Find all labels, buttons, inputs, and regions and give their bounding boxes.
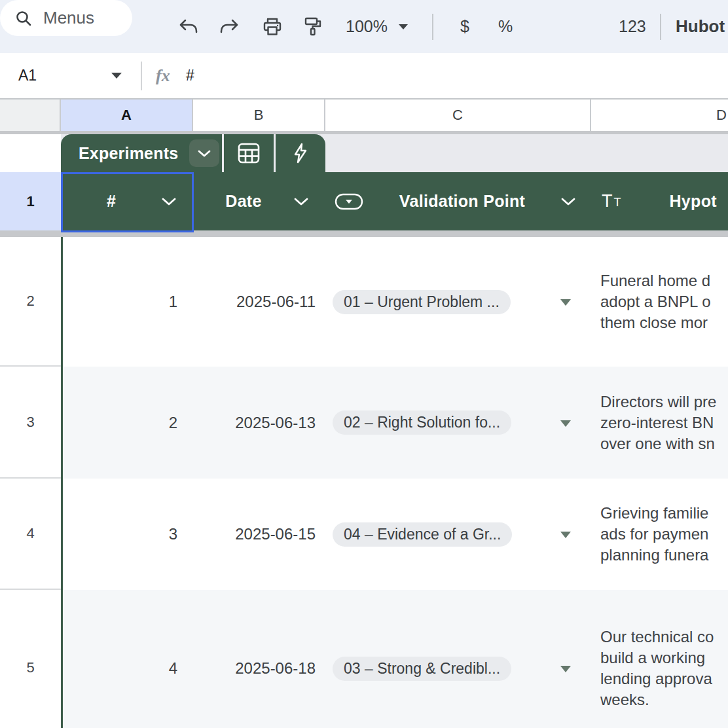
header-label-date: Date: [193, 192, 294, 211]
table-tools-button[interactable]: [224, 134, 274, 172]
table-name-tab[interactable]: Experiments: [61, 134, 222, 172]
spreadsheet-app: Menus 100%: [0, 0, 728, 728]
cell-hypothesis[interactable]: Directors will pre zero-interest BN over…: [591, 367, 728, 479]
cell-reference: A1: [18, 67, 37, 84]
cell-hypothesis[interactable]: Grieving familie ads for paymen planning…: [591, 479, 728, 590]
row-header-3[interactable]: 3: [0, 367, 61, 479]
cell-number[interactable]: 3: [61, 479, 193, 590]
table-left-border: [61, 237, 63, 728]
chevron-down-icon: [198, 150, 211, 157]
dropdown-chip[interactable]: 02 – Right Solution fo...: [333, 410, 511, 435]
cell-date[interactable]: 2025-06-15: [193, 479, 325, 590]
hypothesis-line: adopt a BNPL o: [600, 291, 711, 312]
dropdown-chip[interactable]: 03 – Strong & Credibl...: [333, 657, 511, 681]
header-dropdown-validation-point[interactable]: [561, 198, 575, 206]
row-header-4[interactable]: 4: [0, 479, 61, 590]
chip-caret-icon[interactable]: [560, 299, 571, 306]
cell-validation-point[interactable]: 02 – Right Solution fo...: [325, 367, 591, 479]
cell-hypothesis[interactable]: Our technical co build a working lending…: [591, 590, 728, 728]
hypothesis-line: weeks.: [600, 689, 649, 710]
cell-number[interactable]: 1: [61, 237, 193, 367]
cell-date[interactable]: 2025-06-11: [193, 237, 325, 367]
redo-icon: [219, 18, 240, 35]
table-title: Experiments: [79, 144, 178, 163]
row-header-5[interactable]: 5: [0, 590, 61, 728]
dropdown-column-type-icon: [335, 192, 363, 211]
cell-hypothesis[interactable]: Funeral home d adopt a BNPL o them close…: [591, 237, 728, 367]
text-column-type-icon: TT: [602, 191, 621, 211]
menus-search[interactable]: Menus: [0, 0, 132, 36]
print-icon: [262, 17, 283, 37]
frozen-row-divider: [0, 230, 728, 237]
chevron-down-icon: [162, 198, 176, 206]
table-grid-icon: [237, 142, 261, 164]
chevron-down-icon: [561, 198, 575, 206]
toolbar: Menus 100%: [0, 0, 728, 53]
cell-number[interactable]: 2: [61, 367, 193, 479]
table-row: 2 1 2025-06-11 01 – Urgent Problem ... F…: [0, 237, 728, 367]
column-header-c[interactable]: C: [325, 100, 591, 131]
header-cell-number[interactable]: #: [61, 172, 193, 230]
column-header-b[interactable]: B: [193, 100, 325, 131]
quick-action-button[interactable]: [276, 134, 325, 172]
triangle-down-icon: [111, 73, 122, 79]
fx-icon: fx: [156, 53, 170, 98]
hypothesis-line: ads for paymen: [600, 524, 708, 545]
name-box[interactable]: A1: [18, 53, 37, 98]
row-header-2[interactable]: 2: [0, 237, 61, 367]
hypothesis-line: build a working: [600, 647, 705, 668]
cell-date[interactable]: 2025-06-18: [193, 590, 325, 728]
formula-value: #: [186, 67, 194, 84]
hypothesis-line: zero-interest BN: [600, 412, 714, 433]
font-name-label: Hubot: [676, 16, 725, 37]
header-cell-hypothesis[interactable]: TT Hypot: [591, 172, 728, 230]
header-cell-validation-point[interactable]: Validation Point: [325, 172, 591, 230]
toolbar-divider: [660, 14, 661, 40]
cell-date[interactable]: 2025-06-13: [193, 367, 325, 479]
header-cell-date[interactable]: Date: [193, 172, 325, 230]
cell-validation-point[interactable]: 03 – Strong & Credibl...: [325, 590, 591, 728]
name-box-caret[interactable]: [111, 53, 122, 98]
more-formats-button[interactable]: 123: [619, 0, 646, 53]
table-row: 3 2 2025-06-13 02 – Right Solution fo...…: [0, 367, 728, 479]
hypothesis-line: planning funera: [600, 545, 708, 566]
undo-button[interactable]: [176, 0, 201, 53]
header-dropdown-date[interactable]: [294, 198, 308, 206]
chip-caret-icon[interactable]: [560, 420, 571, 427]
table-row: 5 4 2025-06-18 03 – Strong & Credibl... …: [0, 590, 728, 728]
data-grid: 2 1 2025-06-11 01 – Urgent Problem ... F…: [0, 237, 728, 728]
table-menu-button[interactable]: [189, 139, 219, 167]
hypothesis-line: lending approva: [600, 668, 712, 689]
row-header-1[interactable]: 1: [0, 172, 61, 230]
hypothesis-line: Funeral home d: [600, 270, 710, 291]
menus-label: Menus: [43, 8, 94, 28]
hypothesis-line: Grieving familie: [600, 503, 708, 524]
cell-number[interactable]: 4: [61, 590, 193, 728]
zoom-value: 100%: [346, 17, 388, 36]
zoom-select[interactable]: 100%: [346, 0, 408, 53]
redo-button[interactable]: [217, 0, 242, 53]
font-select[interactable]: Hubot: [676, 0, 725, 53]
format-currency-button[interactable]: $: [460, 0, 469, 53]
header-label-hypothesis: Hypot: [670, 192, 717, 211]
hypothesis-line: Directors will pre: [600, 391, 716, 412]
cell-validation-point[interactable]: 04 – Evidence of a Gr...: [325, 479, 591, 590]
formula-bar-divider: [141, 62, 142, 90]
column-header-d[interactable]: D: [591, 100, 728, 131]
header-dropdown-number[interactable]: [162, 198, 176, 206]
chip-caret-icon[interactable]: [560, 666, 571, 672]
header-label-number: #: [61, 192, 162, 211]
paint-roller-icon: [303, 16, 323, 37]
undo-icon: [178, 18, 199, 35]
paint-format-button[interactable]: [300, 0, 325, 53]
cell-validation-point[interactable]: 01 – Urgent Problem ...: [325, 237, 591, 367]
chip-caret-icon[interactable]: [560, 532, 571, 538]
print-button[interactable]: [260, 0, 285, 53]
table-tab: Experiments: [61, 134, 325, 172]
select-all-corner[interactable]: [0, 100, 61, 131]
dropdown-chip[interactable]: 04 – Evidence of a Gr...: [333, 522, 512, 547]
column-header-a[interactable]: A: [61, 100, 193, 131]
format-percent-button[interactable]: %: [498, 0, 513, 53]
formula-input[interactable]: #: [186, 53, 194, 98]
dropdown-chip[interactable]: 01 – Urgent Problem ...: [333, 290, 511, 314]
